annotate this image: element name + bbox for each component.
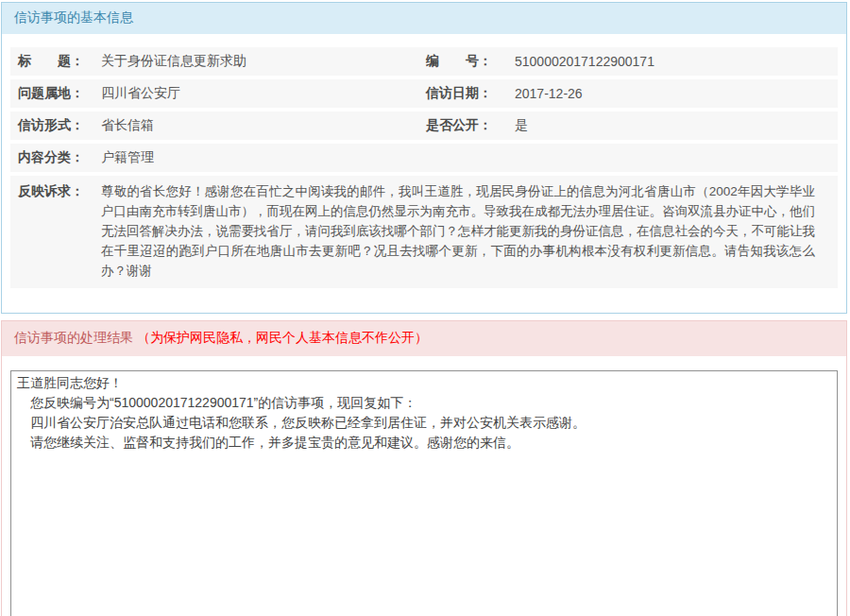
basic-info-title: 信访事项的基本信息 — [14, 9, 133, 25]
category-label: 内容分类： — [10, 149, 101, 166]
reply-textarea[interactable]: 王道胜同志您好！ 您反映编号为“5100002017122900171”的信访事… — [10, 370, 838, 616]
cell-category: 内容分类： 户籍管理 — [10, 149, 424, 166]
basic-info-body: 标 题： 关于身份证信息更新求助 编 号： 510000201712290017… — [2, 34, 846, 313]
region-label: 问题属地： — [10, 85, 101, 102]
cell-form: 信访形式： 省长信箱 — [10, 117, 424, 134]
number-label: 编 号： — [424, 53, 515, 70]
cell-number: 编 号： 5100002017122900171 — [424, 53, 838, 70]
public-label: 是否公开： — [424, 117, 515, 134]
date-value: 2017-12-26 — [515, 86, 583, 101]
region-value: 四川省公安厅 — [101, 85, 180, 102]
info-row-category: 内容分类： 户籍管理 — [10, 144, 838, 172]
number-value: 5100002017122900171 — [515, 54, 654, 69]
result-body: 王道胜同志您好！ 您反映编号为“5100002017122900171”的信访事… — [2, 356, 846, 616]
info-row-form-public: 信访形式： 省长信箱 是否公开： 是 — [10, 111, 838, 140]
category-value: 户籍管理 — [101, 149, 154, 166]
form-value: 省长信箱 — [101, 117, 154, 134]
form-label: 信访形式： — [10, 117, 101, 134]
title-value: 关于身份证信息更新求助 — [101, 53, 246, 70]
basic-info-panel: 信访事项的基本信息 标 题： 关于身份证信息更新求助 编 号： 51000020… — [1, 2, 847, 314]
result-header: 信访事项的处理结果 （为保护网民隐私，网民个人基本信息不作公开） — [2, 321, 846, 356]
info-row-region-date: 问题属地： 四川省公安厅 信访日期： 2017-12-26 — [10, 79, 838, 108]
appeal-text: 尊敬的省长您好！感谢您在百忙之中阅读我的邮件，我叫王道胜，现居民身份证上的信息为… — [101, 181, 838, 281]
info-row-title-number: 标 题： 关于身份证信息更新求助 编 号： 510000201712290017… — [10, 47, 838, 76]
cell-date: 信访日期： 2017-12-26 — [424, 85, 838, 102]
privacy-note: （为保护网民隐私，网民个人基本信息不作公开） — [137, 330, 428, 345]
title-label: 标 题： — [10, 53, 101, 70]
cell-public: 是否公开： 是 — [424, 117, 838, 134]
public-value: 是 — [515, 117, 528, 134]
result-panel: 信访事项的处理结果 （为保护网民隐私，网民个人基本信息不作公开） 王道胜同志您好… — [1, 320, 847, 616]
basic-info-header: 信访事项的基本信息 — [2, 3, 846, 34]
result-title: 信访事项的处理结果 — [14, 330, 133, 345]
info-row-appeal: 反映诉求： 尊敬的省长您好！感谢您在百忙之中阅读我的邮件，我叫王道胜，现居民身份… — [10, 176, 838, 288]
cell-region: 问题属地： 四川省公安厅 — [10, 85, 424, 102]
cell-title: 标 题： 关于身份证信息更新求助 — [10, 53, 424, 70]
appeal-label: 反映诉求： — [10, 181, 101, 200]
date-label: 信访日期： — [424, 85, 515, 102]
